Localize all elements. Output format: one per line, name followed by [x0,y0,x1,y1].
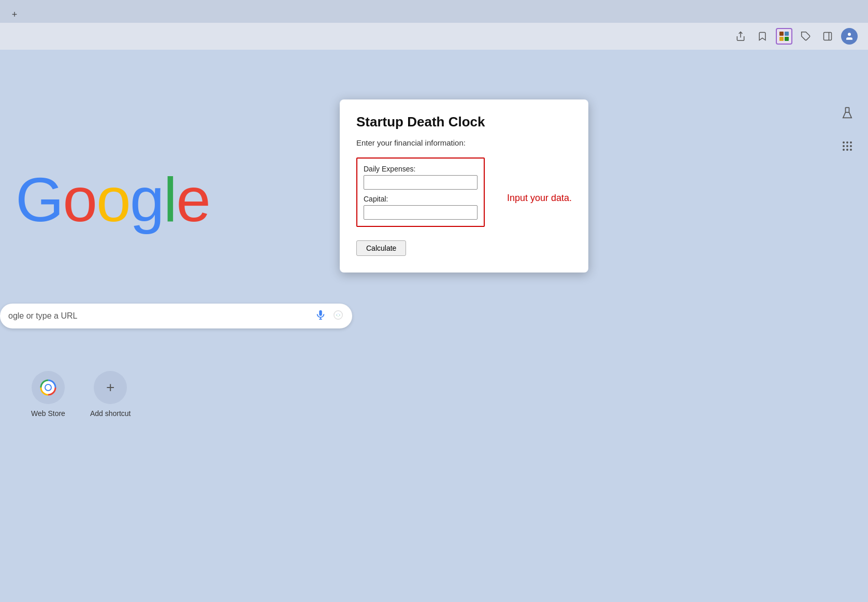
add-shortcut-label: Add shortcut [90,409,131,418]
toolbar-icons [732,28,858,45]
microphone-icon[interactable] [315,309,326,323]
svg-point-15 [45,384,51,391]
google-l: l [164,165,177,234]
share-icon[interactable] [732,28,749,45]
svg-rect-3 [779,37,784,41]
capital-group: Capital: [364,195,478,220]
popup-title: Startup Death Clock [356,114,572,130]
google-g2: g [130,165,164,234]
lab-icon[interactable] [836,102,859,124]
svg-rect-6 [824,33,832,40]
google-o1: o [63,165,96,234]
google-logo: Google [16,164,210,235]
sidebar-toggle-icon[interactable] [819,28,836,45]
svg-point-24 [846,149,848,151]
webstore-label: Web Store [31,409,65,418]
svg-rect-1 [779,32,784,36]
shortcut-add[interactable]: + Add shortcut [90,371,131,418]
extensions-puzzle-icon[interactable] [798,28,814,45]
search-placeholder-text: ogle or type a URL [8,311,311,321]
add-shortcut-icon: + [94,371,127,404]
webstore-icon [32,371,65,404]
search-icons [315,309,344,323]
svg-rect-4 [785,37,789,41]
lens-search-icon[interactable] [332,309,344,323]
tab-bar: + [0,0,868,23]
new-tab-button[interactable]: + [6,6,23,23]
input-hint: Input your data. [507,193,572,204]
svg-rect-9 [319,310,322,316]
svg-point-18 [846,141,848,144]
page-content: Google ogle or type a URL [0,50,868,602]
svg-point-22 [850,145,852,147]
svg-point-8 [848,33,851,36]
svg-point-21 [846,145,848,147]
active-extension-icon[interactable] [776,28,792,45]
svg-point-17 [843,141,845,144]
profile-icon[interactable] [841,28,858,45]
svg-point-19 [850,141,852,144]
bookmark-icon[interactable] [754,28,771,45]
google-o2: o [96,165,130,234]
svg-point-25 [850,149,852,151]
svg-point-20 [843,145,845,147]
daily-expenses-group: Daily Expenses: [364,165,478,190]
capital-label: Capital: [364,195,478,203]
calculate-button[interactable]: Calculate [356,240,406,256]
svg-point-13 [337,313,340,317]
search-bar-container: ogle or type a URL [0,304,352,328]
grid-icon[interactable] [836,135,859,157]
shortcuts-row: Web Store + Add shortcut [31,371,131,418]
google-e: e [176,165,210,234]
extension-popup: Startup Death Clock Enter your financial… [340,99,588,273]
search-bar[interactable]: ogle or type a URL [0,304,352,328]
popup-subtitle: Enter your financial information: [356,138,572,147]
shortcut-webstore[interactable]: Web Store [31,371,65,418]
svg-rect-2 [785,32,789,36]
browser-chrome: + [0,0,868,50]
daily-expenses-input[interactable] [364,175,478,190]
popup-form: Daily Expenses: Capital: [356,157,485,227]
daily-expenses-label: Daily Expenses: [364,165,478,173]
right-panel-area [827,102,868,157]
svg-point-23 [843,149,845,151]
google-g: G [16,165,63,234]
toolbar [0,23,868,50]
capital-input[interactable] [364,205,478,220]
